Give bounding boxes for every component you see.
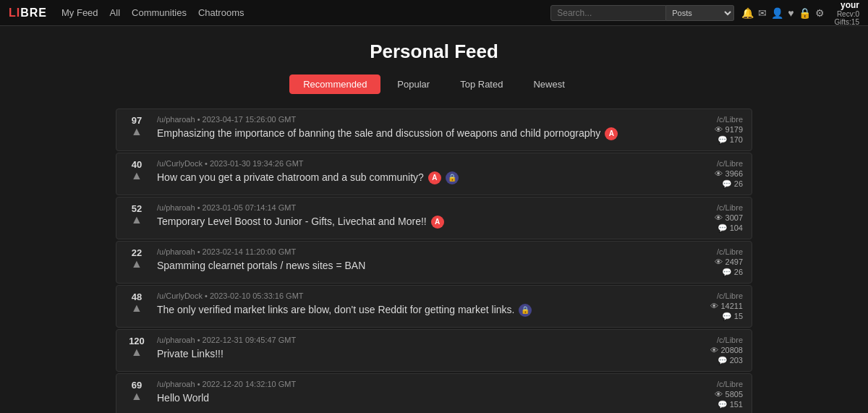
post-title[interactable]: Private Links!!!: [157, 347, 224, 362]
post-views: 👁 2497: [715, 257, 743, 266]
post-meta: /u/pharoah • 2022-12-31 09:45:47 GMT: [157, 336, 684, 344]
post-item: 97 ▲ /u/pharoah • 2023-04-17 15:26:00 GM…: [116, 108, 752, 151]
post-title-row: Hello World: [157, 391, 684, 406]
badge-admin: A: [605, 127, 618, 140]
tab-popular[interactable]: Popular: [383, 74, 443, 94]
post-list: 97 ▲ /u/pharoah • 2023-04-17 15:26:00 GM…: [116, 108, 752, 413]
post-title-row: Spamming clearnet portals / news sites =…: [157, 259, 684, 273]
gear-icon[interactable]: ⚙: [815, 7, 825, 19]
user-info: your Recv:0 Gifts:15: [835, 0, 859, 26]
post-title[interactable]: Spamming clearnet portals / news sites =…: [157, 259, 365, 273]
post-views: 👁 5805: [715, 390, 743, 399]
post-stats: /c/Libre 👁 3007 💬 104: [692, 203, 743, 233]
logo[interactable]: LIBRE: [9, 7, 47, 20]
post-community[interactable]: /c/Libre: [717, 247, 743, 256]
badge-lock: 🔒: [446, 171, 459, 184]
header: LIBRE My Feed All Communities Chatrooms …: [0, 0, 868, 26]
nav-communities[interactable]: Communities: [132, 7, 187, 18]
post-meta: /u/CurlyDock • 2023-01-30 19:34:26 GMT: [157, 159, 684, 168]
post-vote: 69 ▲: [125, 380, 148, 402]
post-meta: /u/CurlyDock • 2023-02-10 05:33:16 GMT: [157, 291, 684, 300]
post-views: 👁 20808: [710, 346, 743, 354]
post-item: 40 ▲ /u/CurlyDock • 2023-01-30 19:34:26 …: [116, 153, 752, 195]
post-stats: /c/Libre 👁 2497 💬 26: [692, 247, 743, 277]
upvote-button[interactable]: ▲: [131, 346, 142, 358]
post-title[interactable]: The only verified market links are blow,…: [157, 303, 514, 318]
post-community[interactable]: /c/Libre: [717, 291, 743, 300]
vote-count: 22: [132, 247, 142, 258]
post-content: /u/pharoah • 2022-12-31 09:45:47 GMT Pri…: [157, 336, 684, 362]
vote-count: 120: [129, 336, 145, 346]
vote-count: 69: [132, 380, 142, 391]
post-comments: 💬 15: [722, 312, 743, 321]
post-title-row: Private Links!!!: [157, 347, 684, 362]
vote-count: 52: [132, 203, 142, 214]
upvote-button[interactable]: ▲: [131, 214, 142, 226]
main-content: Personal Feed Recommended Popular Top Ra…: [109, 26, 760, 413]
post-item: 22 ▲ /u/pharoah • 2023-02-14 11:20:00 GM…: [116, 241, 752, 284]
post-comments: 💬 26: [722, 268, 743, 277]
upvote-button[interactable]: ▲: [131, 258, 142, 270]
badge-admin: A: [431, 216, 444, 229]
heart-icon[interactable]: ♥: [788, 7, 793, 19]
logo-li: LI: [9, 7, 20, 19]
lock-icon[interactable]: 🔒: [799, 7, 811, 19]
post-comments: 💬 170: [718, 135, 743, 145]
post-title-row: Emphasizing the importance of banning th…: [157, 127, 684, 141]
post-vote: 22 ▲: [125, 247, 148, 270]
badge-lock: 🔒: [519, 304, 532, 317]
upvote-button[interactable]: ▲: [131, 391, 142, 402]
post-vote: 120 ▲: [125, 336, 148, 358]
bell-icon[interactable]: 🔔: [741, 7, 754, 19]
post-community[interactable]: /c/Libre: [717, 115, 743, 124]
post-vote: 48 ▲: [125, 291, 148, 314]
username[interactable]: your: [841, 0, 859, 10]
post-title[interactable]: Emphasizing the importance of banning th…: [157, 127, 600, 141]
post-meta: /u/pharoah • 2023-04-17 15:26:00 GMT: [157, 115, 684, 124]
post-comments: 💬 203: [718, 356, 743, 365]
search-input[interactable]: [550, 5, 666, 21]
tab-newest[interactable]: Newest: [519, 74, 578, 94]
post-stats: /c/Libre 👁 5805 💬 151: [692, 380, 743, 409]
upvote-button[interactable]: ▲: [131, 126, 142, 137]
post-content: /u/pharoah • 2023-04-17 15:26:00 GMT Emp…: [157, 115, 684, 141]
post-title[interactable]: Hello World: [157, 391, 209, 406]
post-item: 52 ▲ /u/pharoah • 2023-01-05 07:14:14 GM…: [116, 197, 752, 239]
search-wrapper: Posts Communities Users: [550, 5, 734, 21]
nav-chatrooms[interactable]: Chatrooms: [198, 7, 244, 18]
post-community[interactable]: /c/Libre: [717, 159, 743, 168]
search-filter-select[interactable]: Posts Communities Users: [666, 5, 734, 21]
post-comments: 💬 104: [718, 223, 743, 233]
mail-icon[interactable]: ✉: [758, 7, 767, 19]
user-icon[interactable]: 👤: [771, 7, 783, 19]
post-community[interactable]: /c/Libre: [717, 380, 743, 388]
post-title[interactable]: Temporary Level Boost to Junior - Gifts,…: [157, 215, 427, 229]
post-views: 👁 9179: [715, 125, 743, 134]
tab-recommended[interactable]: Recommended: [289, 74, 380, 94]
logo-bre: BRE: [20, 7, 47, 19]
post-views: 👁 14211: [710, 302, 743, 310]
post-meta: /u/pharoah • 2023-01-05 07:14:14 GMT: [157, 203, 684, 212]
post-title[interactable]: How can you get a private chatroom and a…: [157, 171, 424, 185]
header-icons: 🔔 ✉ 👤 ♥ 🔒 ⚙: [741, 7, 824, 19]
upvote-button[interactable]: ▲: [131, 170, 142, 182]
post-stats: /c/Libre 👁 3966 💬 26: [692, 159, 743, 189]
post-vote: 97 ▲: [125, 115, 148, 137]
recv-label: Recv:0: [837, 10, 859, 18]
post-title-row: Temporary Level Boost to Junior - Gifts,…: [157, 215, 684, 229]
nav-my-feed[interactable]: My Feed: [61, 7, 98, 18]
nav-all[interactable]: All: [110, 7, 120, 18]
post-community[interactable]: /c/Libre: [717, 336, 743, 344]
upvote-button[interactable]: ▲: [131, 302, 142, 314]
post-stats: /c/Libre 👁 9179 💬 170: [692, 115, 743, 145]
vote-count: 48: [132, 291, 142, 302]
tab-top-rated[interactable]: Top Rated: [446, 74, 516, 94]
post-views: 👁 3007: [715, 213, 743, 222]
post-stats: /c/Libre 👁 14211 💬 15: [692, 291, 743, 321]
vote-count: 97: [132, 115, 142, 126]
post-views: 👁 3966: [715, 169, 743, 178]
vote-count: 40: [132, 159, 142, 170]
post-meta: /u/pharoah • 2023-02-14 11:20:00 GMT: [157, 247, 684, 256]
post-community[interactable]: /c/Libre: [717, 203, 743, 212]
nav: My Feed All Communities Chatrooms: [61, 7, 244, 18]
